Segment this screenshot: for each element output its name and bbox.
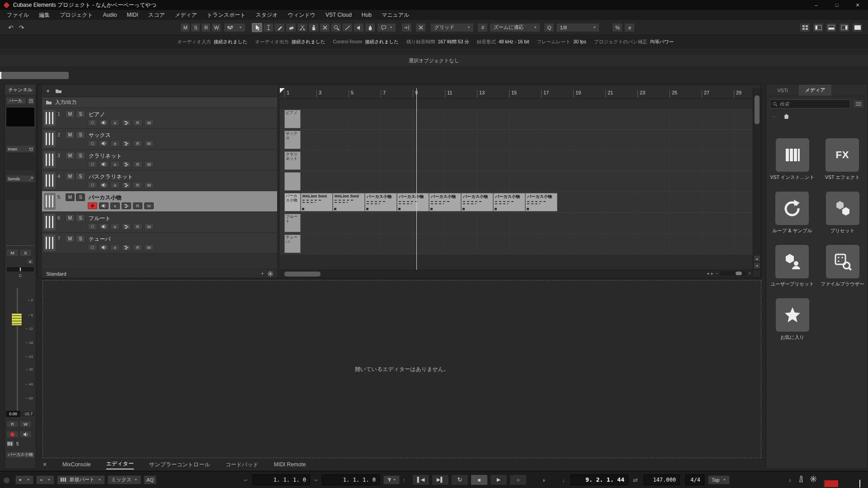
preset-dropdown-caret[interactable]: ▼ [261, 272, 264, 275]
record-enable-button[interactable] [88, 119, 97, 126]
user-presets-icon[interactable] [775, 245, 809, 278]
record-mode-icon[interactable]: ◎ [4, 476, 9, 484]
setup-toolbar-icon[interactable] [800, 23, 810, 32]
redo-button[interactable]: ↷ [16, 24, 27, 31]
inserts-slot-body[interactable] [6, 153, 35, 170]
channel-track-name[interactable]: パーカス小物 [6, 451, 35, 458]
go-to-previous-marker-button[interactable]: ▌◀ [412, 474, 429, 485]
status-value[interactable]: 接続されました [292, 39, 326, 45]
snap-icon[interactable] [401, 23, 412, 32]
write-automation-button[interactable]: W [144, 182, 154, 188]
track-solo-button[interactable]: S [76, 193, 85, 201]
read-automation-button[interactable]: R [133, 182, 142, 188]
track-solo-button[interactable]: S [76, 110, 85, 118]
time-signature-display[interactable]: 4/4 [685, 474, 704, 485]
edit-channel-button[interactable]: e [110, 244, 120, 251]
zoom-in-button[interactable]: + [749, 271, 751, 276]
track-row[interactable]: 3MSクラリネットeRW [42, 150, 277, 170]
menu-item[interactable]: VST Cloud [321, 10, 357, 20]
track-lane[interactable]: クラリネット [280, 150, 753, 171]
erase-tool[interactable] [286, 23, 296, 32]
track-name[interactable]: ピアノ [89, 111, 105, 118]
color-tool[interactable] [365, 23, 375, 32]
channel-export-icon[interactable] [27, 97, 35, 105]
quantize-panel-button[interactable]: e [624, 23, 635, 32]
track-lane[interactable]: ピアノ [280, 109, 753, 130]
fader-level-value[interactable]: 0.00 [6, 411, 20, 417]
zoom-out-button[interactable]: − [715, 271, 717, 276]
search-input[interactable] [779, 101, 848, 107]
status-value[interactable]: 30 fps [573, 39, 586, 45]
edit-channel-button[interactable]: e [110, 119, 120, 126]
write-automation-button[interactable]: W [144, 161, 154, 168]
midi-clip[interactable]: パーカス小物 [429, 193, 461, 211]
tab-sampler-control[interactable]: サンプラーコントロール [149, 461, 210, 469]
track-row[interactable]: 4MSバスクラリネットeRW [42, 170, 277, 191]
track-mute-button[interactable]: M [66, 110, 75, 118]
arrange-lanes[interactable]: ピアノサックスクラリネットパーカス小物HALion SoniHALion Son… [280, 109, 753, 254]
edit-channel-button[interactable]: e [110, 182, 120, 188]
vst-instruments-icon[interactable] [776, 138, 809, 172]
track-row[interactable]: 2MSサックスeRW [42, 129, 277, 150]
comment-dropdown[interactable]: ▼ [377, 23, 396, 32]
track-mute-button[interactable]: M [66, 131, 75, 139]
track-row[interactable]: 6MSフルートeRW [42, 212, 277, 233]
status-value[interactable]: 接続されました [213, 39, 247, 45]
midi-editor-icon[interactable] [122, 182, 131, 188]
tab-media[interactable]: メディア [799, 84, 831, 96]
track-preset-name[interactable]: Standard [46, 271, 66, 277]
menu-item[interactable]: マニュアル [377, 10, 414, 20]
track-name[interactable]: パーカス小物 [89, 194, 122, 202]
undo-button[interactable]: ↶ [5, 24, 16, 31]
draw-tool[interactable] [274, 23, 285, 32]
tap-tempo-button[interactable]: Tap▼ [708, 475, 730, 484]
close-button[interactable]: ✕ [847, 0, 868, 10]
midi-part[interactable]: パーカス小物 [284, 193, 301, 211]
monitor-button[interactable] [99, 223, 108, 230]
status-value[interactable]: 48 kHz - 16 bit [499, 39, 529, 45]
split-tool[interactable] [297, 23, 307, 32]
track-name[interactable]: サックス [89, 131, 111, 139]
record-enable-button[interactable] [88, 161, 97, 168]
track-solo-button[interactable]: S [76, 152, 85, 160]
track-preset-icon[interactable] [55, 88, 62, 94]
midi-part[interactable]: ピアノ [284, 110, 301, 128]
lower-zone-toggle-icon[interactable] [826, 23, 836, 32]
track-lane[interactable]: テューバ [280, 234, 753, 254]
punch-points-icon[interactable]: ↑ [402, 476, 406, 483]
edit-channel-button[interactable]: e [110, 161, 120, 168]
edit-channel-button[interactable]: e [110, 140, 120, 147]
transport-gear-icon[interactable] [810, 476, 816, 484]
presets-icon[interactable] [826, 192, 859, 225]
record-enable-button[interactable] [88, 182, 97, 188]
menu-item[interactable]: トランスポート [202, 10, 251, 20]
jog-mode-dropdown[interactable]: ≈▼ [36, 475, 54, 484]
monitor-button[interactable] [99, 202, 108, 209]
snap-off-icon[interactable] [415, 23, 426, 32]
read-automation-button[interactable]: R [133, 223, 142, 230]
midi-clip[interactable]: HALion Soni [333, 193, 365, 211]
record-enable-button[interactable] [88, 244, 97, 251]
timeline-ruler[interactable]: 1357911131517192123252729 [280, 88, 753, 99]
write-automation-button[interactable]: W [144, 202, 154, 209]
tab-vsti[interactable]: VSTi [766, 84, 799, 96]
media-search-field[interactable] [770, 99, 850, 108]
monitor-button[interactable] [99, 161, 108, 168]
select-tool[interactable] [252, 23, 262, 32]
midi-editor-icon[interactable] [122, 140, 131, 147]
loops-samples-icon[interactable] [775, 192, 809, 225]
midi-part[interactable]: クラリネット [284, 151, 301, 170]
punch-in-icon[interactable]: ⌐ [244, 476, 248, 483]
channel-solo-button[interactable]: S [19, 249, 32, 257]
menu-item[interactable]: メディア [170, 10, 202, 20]
track-name[interactable]: フルート [89, 215, 111, 222]
read-automation-button[interactable]: R [133, 161, 142, 168]
track-name[interactable]: テューバ [89, 235, 111, 243]
tab-editor[interactable]: エディター [106, 460, 134, 469]
maximize-button[interactable]: □ [826, 0, 847, 10]
channel-tab[interactable]: パーカ. [6, 97, 26, 105]
track-lane[interactable]: サックス [280, 130, 753, 150]
left-zone-toggle-icon[interactable] [813, 23, 823, 32]
midi-clip[interactable]: HALion Soni [301, 193, 333, 211]
menu-item[interactable]: ファイル [2, 10, 34, 20]
